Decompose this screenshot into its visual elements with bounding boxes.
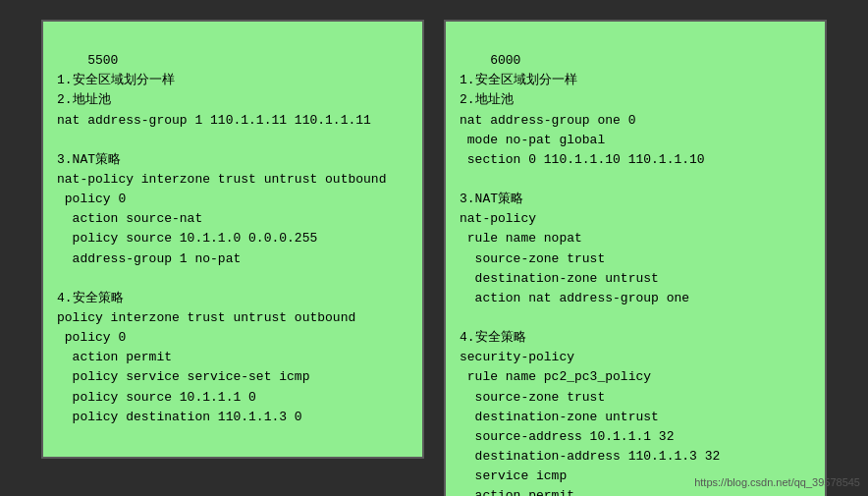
panel-6000: 6000 1.安全区域划分一样 2.地址池 nat address-group …: [444, 20, 827, 496]
main-container: 5500 1.安全区域划分一样 2.地址池 nat address-group …: [0, 0, 868, 496]
panel-5500: 5500 1.安全区域划分一样 2.地址池 nat address-group …: [41, 20, 424, 459]
watermark-text: https://blog.csdn.net/qq_39578545: [694, 476, 860, 488]
panel-5500-content: 5500 1.安全区域划分一样 2.地址池 nat address-group …: [57, 53, 386, 424]
panel-6000-content: 6000 1.安全区域划分一样 2.地址池 nat address-group …: [460, 53, 720, 496]
